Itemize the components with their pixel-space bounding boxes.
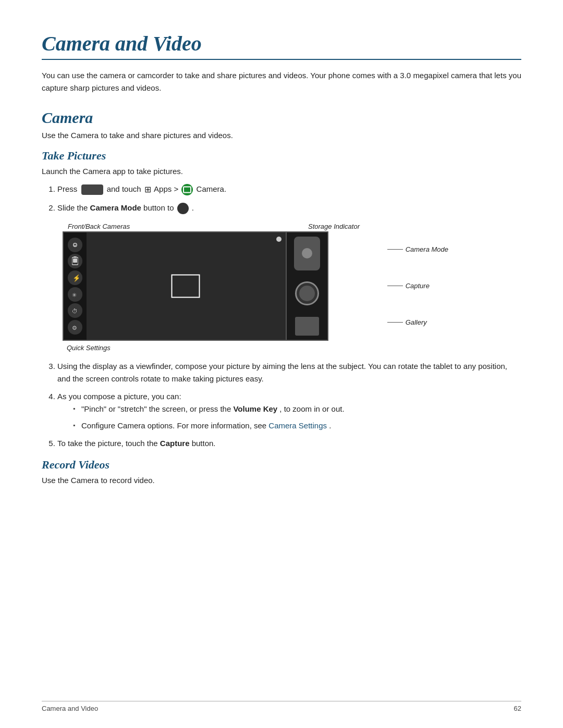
label-quick-settings: Quick Settings <box>67 344 111 352</box>
step-5: To take the picture, touch the Capture b… <box>57 437 521 450</box>
steps-list: Press and touch ⊞ Apps > Camera. Slide t… <box>42 183 521 214</box>
camera-screen: ⚡ ✳ ⏱ ⚙ <box>63 231 287 341</box>
step2-text: Slide the <box>57 203 90 212</box>
storage-indicator-dot <box>276 237 282 242</box>
diagram-body: ⚡ ✳ ⏱ ⚙ <box>63 231 365 341</box>
step2-bold: Camera Mode <box>90 203 141 212</box>
svg-rect-3 <box>73 258 77 263</box>
footer-page-number: 62 <box>514 705 521 712</box>
bullet-list: "Pinch" or "stretch" the screen, or pres… <box>57 403 521 432</box>
apps-grid-icon: ⊞ <box>144 183 151 196</box>
step-3: Using the display as a viewfinder, compo… <box>57 360 521 385</box>
icon-settings: ⚙ <box>68 320 82 335</box>
svg-text:⏱: ⏱ <box>72 308 78 314</box>
side-label-camera-mode: Camera Mode <box>387 245 448 253</box>
record-videos-title: Record Videos <box>42 458 521 472</box>
camera-settings-link[interactable]: Camera Settings <box>268 421 327 430</box>
icon-camera-flip <box>68 238 82 252</box>
icon-exposure: ✳ <box>68 287 82 302</box>
camera-mode-slider <box>294 237 320 270</box>
camera-section-intro: Use the Camera to take and share picture… <box>42 131 521 140</box>
right-panel <box>287 231 328 341</box>
steps-list-2: Using the display as a viewfinder, compo… <box>42 360 521 450</box>
focus-rectangle <box>172 274 200 298</box>
step-2: Slide the Camera Mode button to . <box>57 202 521 214</box>
left-toolbar: ⚡ ✳ ⏱ ⚙ <box>64 232 87 340</box>
side-label-gallery: Gallery <box>387 318 448 326</box>
take-pictures-title: Take Pictures <box>42 149 521 163</box>
diagram-top-labels: Front/Back Cameras Storage Indicator <box>63 223 365 230</box>
footer-left: Camera and Video <box>42 705 98 712</box>
camera-mode-icon <box>177 203 189 214</box>
bullet-2: Configure Camera options. For more infor… <box>73 419 521 432</box>
camera-diagram: Front/Back Cameras Storage Indicator ⚡ <box>63 223 365 352</box>
capture-button-inner <box>299 286 315 301</box>
step1-text-middle: and touch <box>107 184 143 193</box>
camera-app-icon <box>181 184 193 195</box>
step1-gt: > <box>174 184 180 193</box>
camera-section-title: Camera <box>42 109 521 127</box>
step-1: Press and touch ⊞ Apps > Camera. <box>57 183 521 196</box>
bullet-1: "Pinch" or "stretch" the screen, or pres… <box>73 403 521 415</box>
step2-period: . <box>192 203 194 212</box>
home-button-icon <box>81 184 103 195</box>
gallery-thumbnail <box>295 317 319 336</box>
step5-bold: Capture <box>160 439 190 448</box>
take-pictures-intro: Launch the Camera app to take pictures. <box>42 167 521 176</box>
icon-battery <box>68 254 82 268</box>
step1-apps-label: Apps <box>154 184 172 193</box>
label-front-back: Front/Back Cameras <box>68 223 130 230</box>
bullet2-before: Configure Camera options. For more infor… <box>81 421 268 430</box>
line-camera-mode <box>387 249 403 250</box>
capture-button <box>295 281 319 305</box>
chapter-intro: You can use the camera or camcorder to t… <box>42 69 521 94</box>
svg-text:⚙: ⚙ <box>72 325 77 331</box>
step4-text: As you compose a picture, you can: <box>57 392 181 401</box>
icon-flash: ⚡ <box>68 270 82 285</box>
icon-timer: ⏱ <box>68 303 82 318</box>
line-gallery <box>387 322 403 323</box>
step-4: As you compose a picture, you can: "Pinc… <box>57 390 521 432</box>
page-footer: Camera and Video 62 <box>42 701 521 712</box>
step3-text: Using the display as a viewfinder, compo… <box>57 362 507 383</box>
step1-text-before: Press <box>57 184 80 193</box>
diagram-bottom-label: Quick Settings <box>63 343 365 352</box>
side-labels: Camera Mode Capture Gallery <box>387 231 448 341</box>
step5-after: button. <box>192 439 216 448</box>
step2-text-after: button to <box>143 203 176 212</box>
chapter-title: Camera and Video <box>42 31 521 56</box>
step1-text-after: Camera. <box>197 184 227 193</box>
side-label-capture: Capture <box>387 282 448 290</box>
chapter-header: Camera and Video <box>42 31 521 60</box>
bullet1-before: "Pinch" or "stretch" the screen, or pres… <box>81 404 233 413</box>
bullet2-after: . <box>329 421 331 430</box>
svg-text:⚡: ⚡ <box>72 274 79 282</box>
svg-text:✳: ✳ <box>72 292 77 298</box>
line-capture <box>387 286 403 286</box>
svg-point-0 <box>75 244 76 246</box>
record-videos-intro: Use the Camera to record video. <box>42 476 521 485</box>
bullet1-bold: Volume Key <box>233 404 277 413</box>
label-storage: Storage Indicator <box>308 223 360 230</box>
bullet1-after: , to zoom in or out. <box>279 404 344 413</box>
step5-before: To take the picture, touch the <box>57 439 160 448</box>
